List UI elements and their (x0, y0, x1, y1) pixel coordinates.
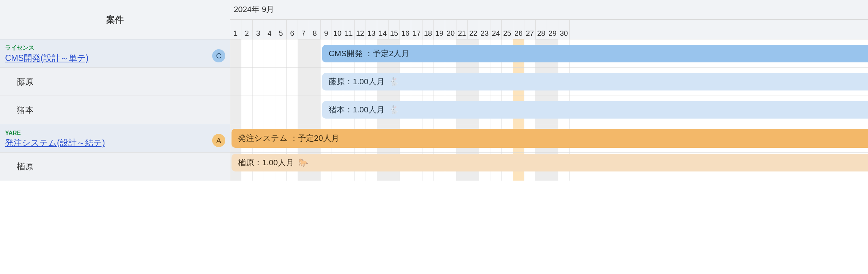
day-bg-cell (309, 39, 321, 67)
day-header-cell: 11 (343, 20, 355, 39)
day-header-cell: 22 (468, 20, 479, 39)
project-bar[interactable]: CMS開発 ：予定2人月 (322, 45, 868, 62)
day-header-cell: 1 (230, 20, 241, 39)
resource-bar[interactable]: 藤原：1.00人月🐇 (322, 73, 868, 90)
day-header-cell: 13 (366, 20, 377, 39)
day-header-cell: 14 (377, 20, 389, 39)
day-bg-cell (264, 96, 275, 124)
day-bg-cell (230, 96, 241, 124)
day-header-cell: 25 (502, 20, 513, 39)
day-header-cell: 6 (287, 20, 298, 39)
day-bg-cell (230, 68, 241, 96)
day-bg-cell (230, 39, 241, 67)
day-header-cell: 3 (253, 20, 264, 39)
project-category: ライセンス (5, 44, 225, 52)
day-header-cell: 20 (445, 20, 456, 39)
day-bg-cell (275, 96, 287, 124)
day-header-cell: 4 (264, 20, 275, 39)
day-bg-cell (298, 96, 309, 124)
resource-bar[interactable]: 楢原：1.00人月🐎 (232, 154, 868, 171)
project-bar[interactable]: 発注システム ：予定20人月 (232, 129, 868, 148)
resource-name: 楢原 (17, 161, 34, 172)
gantt-chart: 案件 ライセンスCMS開発(設計～単テ)C藤原猪本YARE発注システム(設計～結… (0, 0, 868, 181)
day-bg-cell (298, 39, 309, 67)
day-bg-cell (241, 39, 253, 67)
day-header-cell: 24 (490, 20, 502, 39)
project-link[interactable]: 発注システム(設計～結テ) (5, 137, 225, 148)
days-row: 1234567891011121314151617181920212223242… (230, 20, 868, 39)
day-header-cell: 21 (456, 20, 468, 39)
left-header-title: 案件 (106, 14, 124, 26)
resource-name: 猪本 (17, 104, 34, 116)
resource-cell: 楢原 (0, 153, 230, 181)
day-bg-cell (287, 39, 298, 67)
bar-label: 猪本：1.00人月 (329, 104, 385, 115)
day-header-cell: 29 (547, 20, 558, 39)
day-header-cell: 12 (355, 20, 366, 39)
day-header-cell: 5 (275, 20, 287, 39)
day-bg-cell (275, 39, 287, 67)
day-bg-cell (309, 96, 321, 124)
animal-icon: 🐇 (389, 105, 399, 115)
timeline-row: 発注システム ：予定20人月 (230, 124, 868, 152)
bar-label: 発注システム ：予定20人月 (238, 133, 339, 144)
day-header-cell: 9 (321, 20, 332, 39)
day-header-cell: 10 (332, 20, 343, 39)
day-bg-cell (264, 39, 275, 67)
day-bg-cell (275, 68, 287, 96)
day-bg-cell (253, 68, 264, 96)
day-header-cell: 23 (479, 20, 490, 39)
animal-icon: 🐎 (298, 158, 308, 167)
day-bg-cell (241, 68, 253, 96)
day-bg-cell (253, 96, 264, 124)
day-header-cell: 2 (241, 20, 253, 39)
project-badge: A (212, 134, 225, 147)
day-header-cell: 19 (434, 20, 445, 39)
day-bg-cell (287, 68, 298, 96)
resource-bar[interactable]: 猪本：1.00人月🐇 (322, 101, 868, 119)
timeline-row: 猪本：1.00人月🐇 (230, 96, 868, 124)
timeline-row: CMS開発 ：予定2人月 (230, 39, 868, 67)
day-header-cell: 27 (524, 20, 536, 39)
right-column: 2024年 9月 1234567891011121314151617181920… (230, 0, 868, 181)
month-label: 2024年 9月 (230, 0, 868, 20)
project-category: YARE (5, 130, 225, 136)
day-header-cell: 16 (400, 20, 411, 39)
resource-cell: 猪本 (0, 96, 230, 124)
animal-icon: 🐇 (389, 77, 399, 86)
day-bg-cell (264, 68, 275, 96)
day-header-cell: 8 (309, 20, 321, 39)
day-header-cell: 28 (536, 20, 547, 39)
timeline-row: 楢原：1.00人月🐎 (230, 153, 868, 181)
timeline-row: 藤原：1.00人月🐇 (230, 68, 868, 96)
left-column: 案件 ライセンスCMS開発(設計～単テ)C藤原猪本YARE発注システム(設計～結… (0, 0, 230, 181)
day-bg-cell (253, 39, 264, 67)
day-header-cell: 17 (411, 20, 422, 39)
day-bg-cell (287, 96, 298, 124)
bar-label: 楢原：1.00人月 (238, 157, 294, 168)
project-cell: ライセンスCMS開発(設計～単テ)C (0, 39, 230, 67)
left-header: 案件 (0, 0, 230, 39)
day-header-cell: 30 (558, 20, 570, 39)
day-header-cell: 18 (422, 20, 434, 39)
day-bg-cell (241, 96, 253, 124)
resource-cell: 藤原 (0, 68, 230, 96)
project-badge: C (212, 49, 225, 62)
bar-label: 藤原：1.00人月 (329, 76, 385, 87)
project-link[interactable]: CMS開発(設計～単テ) (5, 53, 225, 64)
day-header-cell: 15 (389, 20, 400, 39)
project-cell: YARE発注システム(設計～結テ)A (0, 124, 230, 152)
bar-label: CMS開発 ：予定2人月 (329, 48, 409, 59)
resource-name: 藤原 (17, 76, 34, 88)
day-bg-cell (309, 68, 321, 96)
day-header-cell: 26 (513, 20, 524, 39)
day-header-cell: 7 (298, 20, 309, 39)
timeline-header: 2024年 9月 1234567891011121314151617181920… (230, 0, 868, 39)
day-bg-cell (298, 68, 309, 96)
